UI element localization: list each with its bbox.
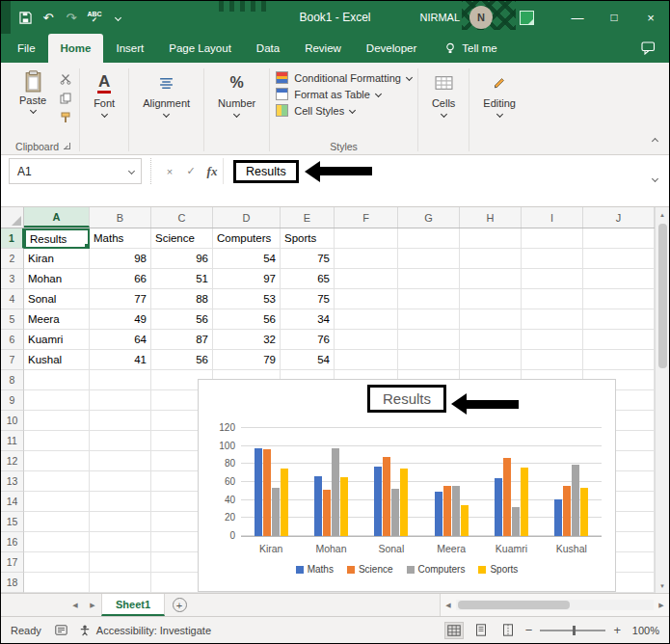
format-painter-button[interactable] bbox=[58, 111, 73, 124]
collapse-ribbon-button[interactable] bbox=[653, 130, 657, 148]
cell-B12[interactable] bbox=[90, 451, 151, 471]
zoom-slider[interactable] bbox=[540, 630, 605, 631]
cell-D4[interactable]: 53 bbox=[213, 289, 281, 309]
cell-J5[interactable] bbox=[583, 309, 655, 330]
cell-I4[interactable] bbox=[522, 289, 583, 309]
sheet-nav-left-icon[interactable]: ◀ bbox=[67, 594, 84, 616]
row-header-2[interactable]: 2 bbox=[1, 249, 24, 269]
cell-A3[interactable]: Mohan bbox=[24, 269, 90, 289]
cell-B15[interactable] bbox=[90, 512, 151, 532]
col-header-E[interactable]: E bbox=[281, 207, 335, 228]
row-header-9[interactable]: 9 bbox=[1, 390, 24, 411]
cell-I7[interactable] bbox=[522, 350, 583, 370]
vertical-scrollbar[interactable]: ▲ ▼ bbox=[655, 207, 669, 593]
page-layout-view-button[interactable] bbox=[471, 622, 491, 639]
tab-page-layout[interactable]: Page Layout bbox=[156, 34, 244, 63]
comments-icon[interactable] bbox=[641, 41, 656, 55]
row-header-10[interactable]: 10 bbox=[1, 411, 24, 431]
scroll-down-icon[interactable]: ▼ bbox=[656, 578, 669, 593]
cell-B14[interactable] bbox=[90, 492, 151, 512]
cell-C5[interactable]: 56 bbox=[151, 309, 213, 330]
cell-B10[interactable] bbox=[90, 411, 151, 431]
sheet-nav-right-icon[interactable]: ▶ bbox=[84, 594, 101, 616]
tab-home[interactable]: Home bbox=[48, 34, 104, 63]
cell-A2[interactable]: Kiran bbox=[24, 249, 90, 269]
tab-developer[interactable]: Developer bbox=[354, 34, 429, 63]
enter-button[interactable]: ✓ bbox=[180, 158, 201, 184]
tab-file[interactable]: File bbox=[5, 34, 48, 63]
col-header-F[interactable]: F bbox=[335, 207, 398, 228]
cell-J4[interactable] bbox=[583, 289, 655, 309]
cell-B18[interactable] bbox=[90, 573, 151, 593]
redo-button[interactable]: ↷ bbox=[61, 6, 82, 29]
editing-group-button[interactable]: Editing bbox=[475, 67, 523, 117]
cell-D2[interactable]: 54 bbox=[213, 249, 281, 269]
cell-H3[interactable] bbox=[460, 269, 522, 289]
col-header-J[interactable]: J bbox=[583, 207, 655, 228]
row-header-3[interactable]: 3 bbox=[1, 269, 24, 289]
zoom-in-button[interactable]: + bbox=[613, 624, 621, 636]
cell-F4[interactable] bbox=[335, 289, 398, 309]
row-header-11[interactable]: 11 bbox=[1, 431, 24, 451]
scroll-right-icon[interactable]: ▶ bbox=[654, 602, 669, 609]
cell-I6[interactable] bbox=[522, 330, 583, 350]
chart-title[interactable]: Results bbox=[367, 385, 446, 413]
cell-B13[interactable] bbox=[90, 471, 151, 492]
cell-F3[interactable] bbox=[335, 269, 398, 289]
accessibility-status[interactable]: Accessibility: Investigate bbox=[96, 625, 211, 636]
save-button[interactable] bbox=[14, 6, 36, 29]
cell-H5[interactable] bbox=[460, 309, 522, 330]
row-header-15[interactable]: 15 bbox=[1, 512, 24, 532]
cell-A12[interactable] bbox=[24, 451, 90, 471]
cancel-button[interactable]: × bbox=[159, 158, 180, 184]
copy-button[interactable] bbox=[58, 92, 73, 105]
select-all-corner[interactable] bbox=[1, 207, 24, 228]
formula-input[interactable]: Results bbox=[223, 158, 663, 184]
col-header-C[interactable]: C bbox=[151, 207, 213, 228]
cell-A13[interactable] bbox=[24, 471, 90, 492]
col-header-D[interactable]: D bbox=[213, 207, 281, 228]
cell-I5[interactable] bbox=[522, 309, 583, 330]
tell-me-button[interactable]: Tell me bbox=[444, 34, 496, 63]
horizontal-scrollbar[interactable]: ◀ ▶ bbox=[440, 594, 669, 616]
row-header-17[interactable]: 17 bbox=[1, 552, 24, 573]
cell-E6[interactable]: 76 bbox=[281, 330, 335, 350]
cell-H4[interactable] bbox=[460, 289, 522, 309]
cell-A1[interactable]: Results bbox=[24, 228, 90, 249]
cell-J1[interactable] bbox=[583, 228, 655, 249]
dialog-launcher-icon[interactable] bbox=[64, 143, 70, 149]
cell-B2[interactable]: 98 bbox=[90, 249, 151, 269]
cell-A6[interactable]: Kuamri bbox=[24, 330, 90, 350]
cell-D3[interactable]: 97 bbox=[213, 269, 281, 289]
row-header-16[interactable]: 16 bbox=[1, 532, 24, 552]
cell-F6[interactable] bbox=[335, 330, 398, 350]
cell-G3[interactable] bbox=[398, 269, 460, 289]
cell-A18[interactable] bbox=[24, 573, 90, 593]
cut-button[interactable] bbox=[58, 72, 73, 86]
cell-C2[interactable]: 96 bbox=[151, 249, 213, 269]
cell-C6[interactable]: 87 bbox=[151, 330, 213, 350]
cell-G2[interactable] bbox=[398, 249, 460, 269]
horizontal-scroll-track[interactable] bbox=[456, 600, 654, 610]
new-sheet-button[interactable]: + bbox=[165, 594, 194, 616]
name-box[interactable]: A1 bbox=[9, 158, 142, 184]
insert-function-button[interactable]: fx bbox=[201, 158, 223, 184]
cell-J6[interactable] bbox=[583, 330, 655, 350]
col-header-H[interactable]: H bbox=[460, 207, 522, 228]
cell-A17[interactable] bbox=[24, 552, 90, 573]
macro-record-icon[interactable] bbox=[55, 625, 67, 635]
embedded-chart[interactable]: Results 020406080100120 KiranMohanSonalM… bbox=[198, 379, 616, 592]
cell-B8[interactable] bbox=[90, 370, 151, 390]
scroll-left-icon[interactable]: ◀ bbox=[441, 602, 456, 609]
cell-E3[interactable]: 65 bbox=[281, 269, 335, 289]
conditional-formatting-button[interactable]: Conditional Formatting bbox=[276, 71, 412, 84]
user-name[interactable]: NIRMAL bbox=[419, 12, 460, 23]
alignment-group-button[interactable]: Alignment bbox=[135, 67, 198, 117]
cell-B6[interactable]: 64 bbox=[90, 330, 151, 350]
cell-A7[interactable]: Kushal bbox=[24, 350, 90, 370]
col-header-I[interactable]: I bbox=[522, 207, 583, 228]
cell-E4[interactable]: 75 bbox=[281, 289, 335, 309]
cell-A16[interactable] bbox=[24, 532, 90, 552]
cell-A15[interactable] bbox=[24, 512, 90, 532]
font-group-button[interactable]: A Font bbox=[86, 67, 122, 117]
